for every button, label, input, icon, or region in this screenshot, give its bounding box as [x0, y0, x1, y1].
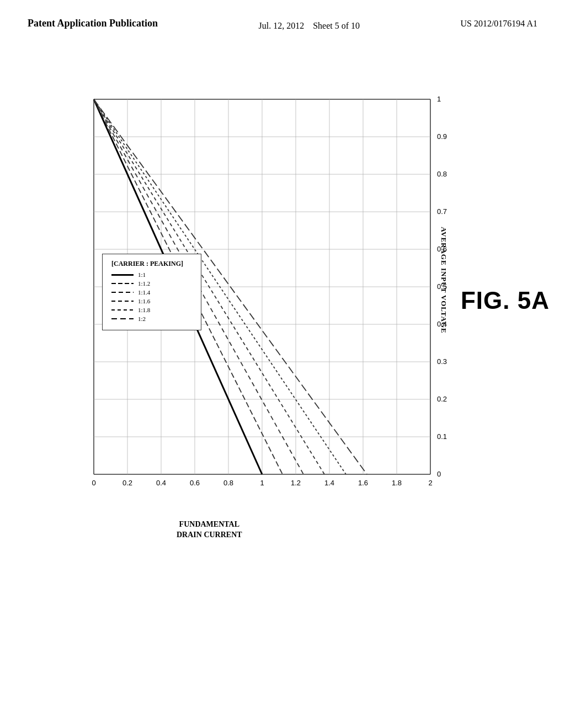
legend-label-6: 1:2: [138, 315, 146, 322]
svg-text:1.2: 1.2: [291, 479, 301, 487]
svg-text:1.6: 1.6: [358, 479, 368, 487]
legend-label-3: 1:1.4: [138, 289, 150, 296]
svg-text:0.2: 0.2: [437, 395, 447, 403]
svg-text:0.8: 0.8: [223, 479, 233, 487]
legend-label-2: 1:1.2: [138, 280, 150, 287]
legend-label-4: 1:1.6: [138, 298, 150, 304]
svg-text:1.8: 1.8: [392, 479, 402, 487]
svg-text:2: 2: [428, 479, 432, 487]
legend-line-4: [111, 301, 134, 302]
svg-text:0.3: 0.3: [437, 357, 447, 366]
legend-line-5: [111, 309, 134, 311]
legend-item-1: 1:1: [111, 271, 192, 278]
chart-area: 0 0.2 0.4 0.6 0.8 1 1.2 1.4 1.6 1.8 2 0 …: [66, 88, 452, 502]
legend-label-1: 1:1: [138, 271, 146, 278]
svg-text:0.1: 0.1: [437, 432, 447, 441]
page-header: Patent Application Publication Jul. 12, …: [0, 0, 565, 39]
legend-line-3: [111, 292, 134, 293]
svg-text:0.2: 0.2: [122, 479, 132, 487]
publication-date: Jul. 12, 2012: [258, 21, 304, 30]
svg-text:1.4: 1.4: [324, 479, 334, 487]
publication-title: Patent Application Publication: [28, 17, 158, 30]
legend-line-1: [111, 274, 134, 276]
legend-item-4: 1:1.6: [111, 298, 192, 304]
figure-label: FIG. 5A: [461, 287, 550, 314]
publication-date-sheet: Jul. 12, 2012 Sheet 5 of 10: [258, 17, 360, 33]
legend-title: [CARRIER : PEAKING]: [111, 260, 192, 268]
chart-container: 0 0.2 0.4 0.6 0.8 1 1.2 1.4 1.6 1.8 2 0 …: [33, 88, 486, 546]
sheet-info: Sheet 5 of 10: [313, 21, 360, 30]
svg-text:0.6: 0.6: [190, 479, 200, 487]
legend-item-5: 1:1.8: [111, 307, 192, 313]
legend-line-6: [111, 318, 134, 319]
svg-text:0: 0: [92, 479, 95, 487]
legend-label-5: 1:1.8: [138, 307, 150, 313]
legend-item-2: 1:1.2: [111, 280, 192, 287]
legend-item-3: 1:1.4: [111, 289, 192, 296]
legend-line-2: [111, 283, 134, 284]
svg-text:0.9: 0.9: [437, 132, 447, 141]
patent-number: US 2012/0176194 A1: [460, 17, 537, 29]
legend-item-6: 1:2: [111, 315, 192, 322]
svg-text:0.4: 0.4: [156, 479, 166, 487]
svg-text:1: 1: [260, 479, 264, 487]
svg-text:1: 1: [437, 95, 441, 103]
svg-text:0: 0: [437, 470, 441, 478]
chart-legend: [CARRIER : PEAKING] 1:1 1:1.2 1:1.4 1:1.…: [102, 254, 201, 330]
x-axis-label: FUNDAMENTAL DRAIN CURRENT: [177, 519, 242, 540]
y-axis-label: AVERAGE INPUT VOLTAGE: [439, 227, 447, 333]
svg-text:0.8: 0.8: [437, 170, 447, 178]
svg-text:0.7: 0.7: [437, 207, 447, 216]
